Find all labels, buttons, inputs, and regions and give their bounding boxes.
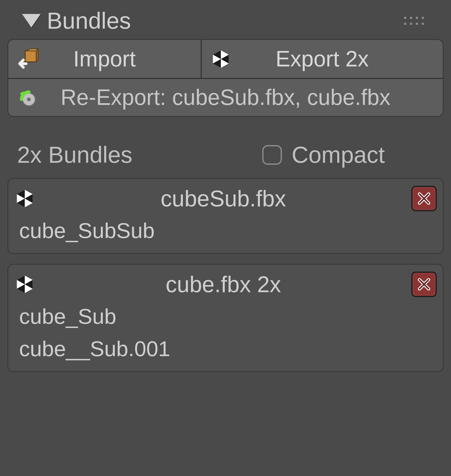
panel-title: Bundles (47, 7, 131, 34)
bundle-filename: cube.fbx 2x (43, 272, 404, 297)
import-button[interactable]: Import (8, 40, 202, 78)
bundle-filename: cubeSub.fbx (43, 186, 404, 212)
reexport-button[interactable]: Re-Export: cubeSub.fbx, cube.fbx (8, 78, 443, 116)
bundle-item[interactable]: cube__Sub.001 (14, 331, 437, 364)
compact-label: Compact (292, 141, 385, 168)
collapse-triangle-icon[interactable] (22, 14, 41, 27)
bundles-panel: Bundles Import (0, 0, 451, 389)
toolbar-row-1: Import Export 2x (8, 40, 443, 78)
bundles-section-row: 2x Bundles Compact (7, 137, 444, 178)
export-button[interactable]: Export 2x (202, 40, 443, 78)
close-x-icon (416, 276, 432, 292)
unity-icon (14, 274, 35, 295)
panel-header[interactable]: Bundles (7, 7, 444, 39)
bundle-list: cubeSub.fbx cube_SubSub (7, 178, 444, 372)
drag-grip-icon[interactable] (404, 17, 424, 25)
compact-checkbox[interactable] (262, 145, 282, 165)
delete-bundle-button[interactable] (411, 186, 437, 211)
compact-toggle[interactable]: Compact (262, 141, 385, 168)
reexport-label: Re-Export: cubeSub.fbx, cube.fbx (8, 85, 443, 110)
bundle-box: cube.fbx 2x cube_Sub cube__Sub.001 (7, 264, 444, 372)
export-label: Export 2x (276, 46, 369, 72)
toolbar: Import Export 2x (7, 39, 444, 117)
bundle-header[interactable]: cube.fbx 2x (14, 270, 437, 299)
unity-icon (210, 49, 231, 70)
refresh-icon (17, 87, 39, 109)
bundle-count-label: 2x Bundles (17, 141, 132, 168)
close-x-icon (416, 191, 432, 206)
import-label: Import (73, 46, 136, 72)
package-import-icon (17, 48, 39, 70)
svg-point-1 (27, 98, 31, 101)
bundle-item[interactable]: cube_Sub (14, 299, 437, 331)
bundle-item[interactable]: cube_SubSub (14, 213, 437, 246)
bundle-box: cubeSub.fbx cube_SubSub (7, 178, 444, 254)
delete-bundle-button[interactable] (411, 272, 437, 297)
bundle-header[interactable]: cubeSub.fbx (14, 184, 437, 213)
unity-icon (14, 188, 35, 209)
